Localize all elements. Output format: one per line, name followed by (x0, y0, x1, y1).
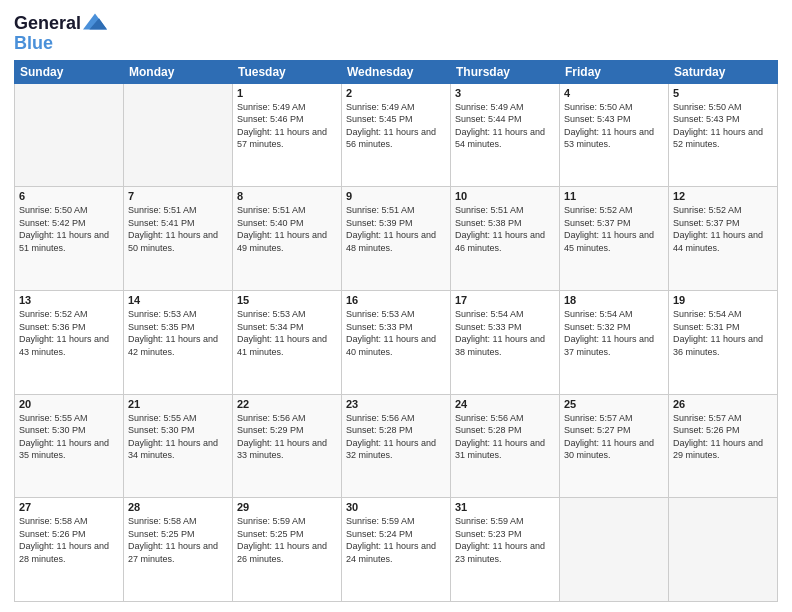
day-info: Sunrise: 5:52 AMSunset: 5:36 PMDaylight:… (19, 308, 119, 358)
calendar-week: 20 Sunrise: 5:55 AMSunset: 5:30 PMDaylig… (15, 394, 778, 498)
day-number: 4 (564, 87, 664, 99)
calendar-day: 5 Sunrise: 5:50 AMSunset: 5:43 PMDayligh… (669, 83, 778, 187)
day-info: Sunrise: 5:53 AMSunset: 5:35 PMDaylight:… (128, 308, 228, 358)
calendar-day: 26 Sunrise: 5:57 AMSunset: 5:26 PMDaylig… (669, 394, 778, 498)
day-info: Sunrise: 5:55 AMSunset: 5:30 PMDaylight:… (19, 412, 119, 462)
day-info: Sunrise: 5:56 AMSunset: 5:28 PMDaylight:… (455, 412, 555, 462)
weekday-header: Friday (560, 60, 669, 83)
day-info: Sunrise: 5:54 AMSunset: 5:32 PMDaylight:… (564, 308, 664, 358)
day-info: Sunrise: 5:49 AMSunset: 5:45 PMDaylight:… (346, 101, 446, 151)
day-number: 17 (455, 294, 555, 306)
day-number: 11 (564, 190, 664, 202)
weekday-header: Thursday (451, 60, 560, 83)
calendar-day: 15 Sunrise: 5:53 AMSunset: 5:34 PMDaylig… (233, 290, 342, 394)
day-number: 6 (19, 190, 119, 202)
calendar-week: 27 Sunrise: 5:58 AMSunset: 5:26 PMDaylig… (15, 498, 778, 602)
day-number: 21 (128, 398, 228, 410)
calendar-day: 31 Sunrise: 5:59 AMSunset: 5:23 PMDaylig… (451, 498, 560, 602)
day-info: Sunrise: 5:51 AMSunset: 5:38 PMDaylight:… (455, 204, 555, 254)
day-info: Sunrise: 5:54 AMSunset: 5:31 PMDaylight:… (673, 308, 773, 358)
day-info: Sunrise: 5:53 AMSunset: 5:34 PMDaylight:… (237, 308, 337, 358)
logo-blue: Blue (14, 34, 107, 54)
day-info: Sunrise: 5:51 AMSunset: 5:39 PMDaylight:… (346, 204, 446, 254)
day-info: Sunrise: 5:58 AMSunset: 5:25 PMDaylight:… (128, 515, 228, 565)
calendar-day: 14 Sunrise: 5:53 AMSunset: 5:35 PMDaylig… (124, 290, 233, 394)
calendar-day: 6 Sunrise: 5:50 AMSunset: 5:42 PMDayligh… (15, 187, 124, 291)
calendar-day: 27 Sunrise: 5:58 AMSunset: 5:26 PMDaylig… (15, 498, 124, 602)
weekday-header: Monday (124, 60, 233, 83)
day-info: Sunrise: 5:51 AMSunset: 5:40 PMDaylight:… (237, 204, 337, 254)
calendar-day: 3 Sunrise: 5:49 AMSunset: 5:44 PMDayligh… (451, 83, 560, 187)
calendar-table: SundayMondayTuesdayWednesdayThursdayFrid… (14, 60, 778, 602)
day-number: 10 (455, 190, 555, 202)
day-number: 8 (237, 190, 337, 202)
day-number: 9 (346, 190, 446, 202)
day-number: 16 (346, 294, 446, 306)
calendar-day: 9 Sunrise: 5:51 AMSunset: 5:39 PMDayligh… (342, 187, 451, 291)
calendar-day: 23 Sunrise: 5:56 AMSunset: 5:28 PMDaylig… (342, 394, 451, 498)
calendar-day: 17 Sunrise: 5:54 AMSunset: 5:33 PMDaylig… (451, 290, 560, 394)
day-info: Sunrise: 5:57 AMSunset: 5:27 PMDaylight:… (564, 412, 664, 462)
day-info: Sunrise: 5:52 AMSunset: 5:37 PMDaylight:… (673, 204, 773, 254)
calendar-day: 19 Sunrise: 5:54 AMSunset: 5:31 PMDaylig… (669, 290, 778, 394)
calendar-body: 1 Sunrise: 5:49 AMSunset: 5:46 PMDayligh… (15, 83, 778, 601)
day-number: 26 (673, 398, 773, 410)
day-number: 24 (455, 398, 555, 410)
day-info: Sunrise: 5:55 AMSunset: 5:30 PMDaylight:… (128, 412, 228, 462)
calendar-day: 28 Sunrise: 5:58 AMSunset: 5:25 PMDaylig… (124, 498, 233, 602)
day-number: 18 (564, 294, 664, 306)
logo-icon (83, 13, 107, 33)
day-number: 13 (19, 294, 119, 306)
calendar-day: 10 Sunrise: 5:51 AMSunset: 5:38 PMDaylig… (451, 187, 560, 291)
weekday-header: Saturday (669, 60, 778, 83)
calendar-day: 13 Sunrise: 5:52 AMSunset: 5:36 PMDaylig… (15, 290, 124, 394)
calendar-day: 12 Sunrise: 5:52 AMSunset: 5:37 PMDaylig… (669, 187, 778, 291)
day-number: 31 (455, 501, 555, 513)
day-info: Sunrise: 5:51 AMSunset: 5:41 PMDaylight:… (128, 204, 228, 254)
calendar-day: 25 Sunrise: 5:57 AMSunset: 5:27 PMDaylig… (560, 394, 669, 498)
day-number: 19 (673, 294, 773, 306)
day-number: 7 (128, 190, 228, 202)
header: General Blue (14, 10, 778, 54)
calendar-day: 8 Sunrise: 5:51 AMSunset: 5:40 PMDayligh… (233, 187, 342, 291)
day-info: Sunrise: 5:58 AMSunset: 5:26 PMDaylight:… (19, 515, 119, 565)
day-number: 3 (455, 87, 555, 99)
day-info: Sunrise: 5:50 AMSunset: 5:42 PMDaylight:… (19, 204, 119, 254)
day-number: 2 (346, 87, 446, 99)
day-number: 22 (237, 398, 337, 410)
day-info: Sunrise: 5:49 AMSunset: 5:46 PMDaylight:… (237, 101, 337, 151)
day-number: 1 (237, 87, 337, 99)
day-number: 5 (673, 87, 773, 99)
day-info: Sunrise: 5:50 AMSunset: 5:43 PMDaylight:… (673, 101, 773, 151)
logo: General Blue (14, 14, 107, 54)
day-info: Sunrise: 5:56 AMSunset: 5:29 PMDaylight:… (237, 412, 337, 462)
day-info: Sunrise: 5:57 AMSunset: 5:26 PMDaylight:… (673, 412, 773, 462)
day-number: 12 (673, 190, 773, 202)
calendar-day: 30 Sunrise: 5:59 AMSunset: 5:24 PMDaylig… (342, 498, 451, 602)
calendar-day (124, 83, 233, 187)
day-info: Sunrise: 5:59 AMSunset: 5:23 PMDaylight:… (455, 515, 555, 565)
day-info: Sunrise: 5:53 AMSunset: 5:33 PMDaylight:… (346, 308, 446, 358)
weekday-header: Wednesday (342, 60, 451, 83)
weekday-header: Sunday (15, 60, 124, 83)
weekday-header: Tuesday (233, 60, 342, 83)
day-number: 25 (564, 398, 664, 410)
calendar-container: General Blue SundayMondayTuesdayWednesda… (0, 0, 792, 612)
day-number: 14 (128, 294, 228, 306)
calendar-day: 1 Sunrise: 5:49 AMSunset: 5:46 PMDayligh… (233, 83, 342, 187)
day-info: Sunrise: 5:59 AMSunset: 5:25 PMDaylight:… (237, 515, 337, 565)
day-number: 29 (237, 501, 337, 513)
day-info: Sunrise: 5:50 AMSunset: 5:43 PMDaylight:… (564, 101, 664, 151)
calendar-day (669, 498, 778, 602)
calendar-day (15, 83, 124, 187)
calendar-week: 6 Sunrise: 5:50 AMSunset: 5:42 PMDayligh… (15, 187, 778, 291)
day-number: 15 (237, 294, 337, 306)
day-number: 28 (128, 501, 228, 513)
calendar-header: SundayMondayTuesdayWednesdayThursdayFrid… (15, 60, 778, 83)
calendar-week: 1 Sunrise: 5:49 AMSunset: 5:46 PMDayligh… (15, 83, 778, 187)
day-number: 30 (346, 501, 446, 513)
calendar-day: 20 Sunrise: 5:55 AMSunset: 5:30 PMDaylig… (15, 394, 124, 498)
calendar-day: 11 Sunrise: 5:52 AMSunset: 5:37 PMDaylig… (560, 187, 669, 291)
calendar-day (560, 498, 669, 602)
calendar-day: 16 Sunrise: 5:53 AMSunset: 5:33 PMDaylig… (342, 290, 451, 394)
